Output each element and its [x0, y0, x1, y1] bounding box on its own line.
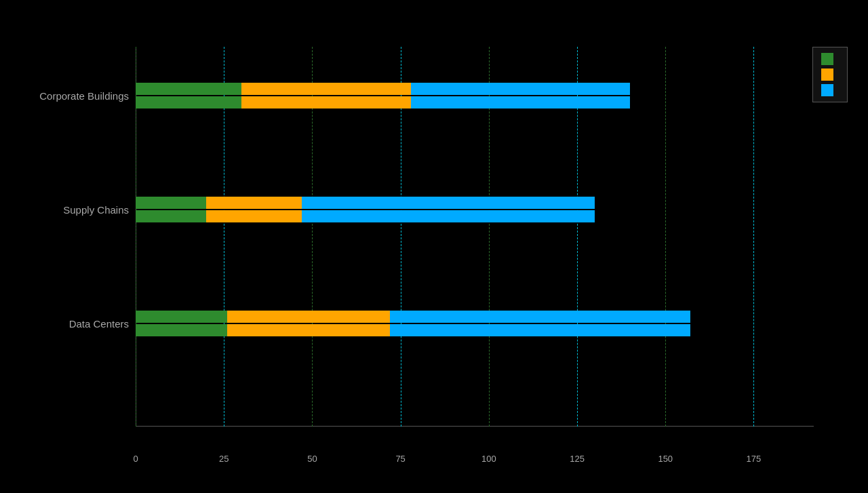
compliance-swatch [821, 84, 833, 96]
legend [812, 47, 848, 102]
x-axis-line [136, 426, 814, 427]
legend-item-energy [821, 68, 839, 81]
carbon-swatch [821, 53, 833, 65]
bar-carbon-0 [136, 96, 241, 109]
bar-energy-2 [227, 324, 390, 336]
bar-group-corporate-buildings: Corporate Buildings [136, 83, 814, 109]
y-label-data-centers: Data Centers [20, 318, 129, 330]
x-tick-0: 0 [133, 454, 138, 464]
bar-compliance-1 [302, 197, 595, 209]
bar-carbon-1 [136, 210, 206, 222]
bar-carbon-0 [136, 83, 241, 95]
bar-energy-0 [241, 83, 411, 95]
bar-group-data-centers: Data Centers [136, 311, 814, 336]
x-tick-75: 75 [395, 454, 405, 464]
legend-item-carbon [821, 53, 839, 65]
chart-container: Corporate BuildingsSupply ChainsData Cen… [14, 13, 854, 481]
energy-swatch [821, 68, 833, 81]
x-tick-175: 175 [747, 454, 762, 464]
x-tick-50: 50 [307, 454, 317, 464]
y-label-supply-chains: Supply Chains [20, 204, 129, 216]
x-tick-150: 150 [658, 454, 673, 464]
bar-compliance-0 [411, 96, 630, 109]
bar-carbon-1 [136, 197, 206, 209]
legend-item-compliance [821, 84, 839, 96]
bar-energy-1 [206, 210, 302, 222]
bar-energy-2 [227, 311, 390, 323]
bar-compliance-2 [390, 311, 690, 323]
bar-compliance-2 [390, 324, 690, 336]
plot-area: Corporate BuildingsSupply ChainsData Cen… [136, 47, 814, 427]
bar-carbon-2 [136, 311, 227, 323]
bar-group-supply-chains: Supply Chains [136, 197, 814, 222]
bar-compliance-1 [302, 210, 595, 222]
x-tick-25: 25 [219, 454, 229, 464]
bar-carbon-2 [136, 324, 227, 336]
bar-energy-0 [241, 96, 411, 109]
x-tick-100: 100 [481, 454, 496, 464]
y-label-corporate-buildings: Corporate Buildings [20, 90, 129, 102]
bar-compliance-0 [411, 83, 630, 95]
x-tick-125: 125 [570, 454, 585, 464]
bar-energy-1 [206, 197, 302, 209]
